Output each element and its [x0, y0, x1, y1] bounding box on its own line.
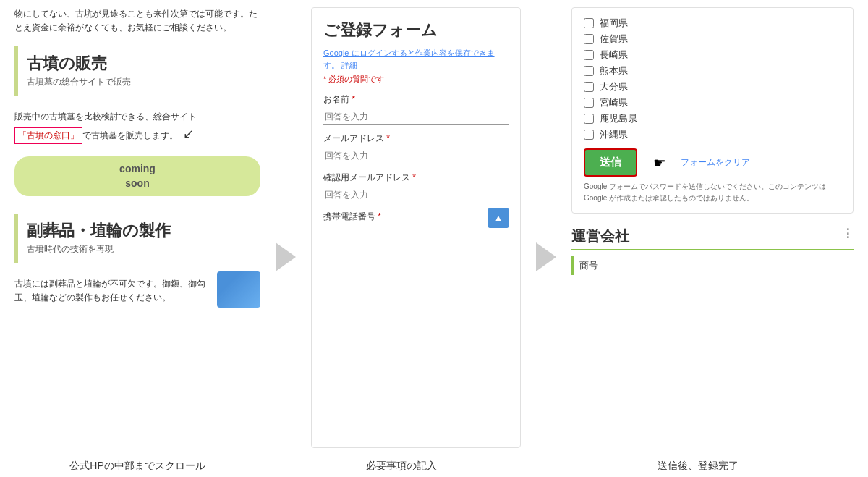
checkbox-miyazaki-label: 宮崎県 [600, 96, 628, 109]
google-note-link[interactable]: 詳細 [341, 61, 357, 69]
checkbox-saga-label: 佐賀県 [600, 33, 628, 46]
arrow-2 [528, 7, 564, 448]
checkbox-fukuoka-input[interactable] [584, 18, 594, 28]
bottom-spacer-2 [506, 460, 542, 473]
company-label: 商号 [571, 256, 854, 275]
section-fusohin: 副葬品・埴輪の製作 古墳時代の技術を再現 [14, 214, 260, 263]
section1-desc: 販売中の古墳墓を比較検討できる、総合サイト 「古墳の窓口」で古墳墓を販売します。… [14, 110, 260, 145]
section1-subtitle: 古墳墓の総合サイトで販売 [27, 76, 252, 88]
field-phone-label: 携帯電話番号 * ▲ [323, 211, 509, 223]
right-column: 福岡県 佐賀県 長崎県 熊本県 大分県 [571, 7, 854, 448]
scroll-up-button[interactable]: ▲ [488, 208, 509, 228]
section2-desc-area: 古墳には副葬品と埴輪が不可欠です。御鎭、御勾玉、埴輪などの製作もお任せください。 [14, 271, 260, 311]
section1-desc2: で古墳墓を販売します。 [82, 130, 178, 140]
field-name-label: お名前 * [323, 93, 509, 106]
checkbox-kagoshima[interactable]: 鹿児島県 [584, 112, 841, 125]
company-section: 運営会社 ⋮ 商号 [571, 227, 854, 275]
checkbox-kumamoto[interactable]: 熊本県 [584, 64, 841, 77]
coming-soon-button[interactable]: coming soon [14, 156, 260, 196]
section1-title: 古墳の販売 [27, 54, 252, 75]
checkbox-kumamoto-label: 熊本県 [600, 64, 628, 77]
checkbox-nagasaki[interactable]: 長崎県 [584, 48, 841, 62]
kofun-link[interactable]: 「古墳の窓口」 [14, 127, 82, 144]
field-email-confirm: 確認用メールアドレス * [323, 172, 509, 203]
checkbox-oita-input[interactable] [584, 82, 594, 92]
checkbox-nagasaki-input[interactable] [584, 50, 594, 60]
clear-form-link[interactable]: フォームをクリア [681, 156, 750, 169]
bottom-label-fill: 必要事項の記入 [297, 460, 506, 473]
checkbox-miyazaki[interactable]: 宮崎県 [584, 96, 841, 109]
left-top-text: 物にしてない、古坑が見途ることも来件次第では可能です。たとえ資金に余裕がなくても… [14, 7, 260, 46]
checkbox-kumamoto-input[interactable] [584, 66, 594, 76]
checkbox-saga[interactable]: 佐賀県 [584, 33, 841, 46]
checkbox-oita-label: 大分県 [600, 80, 628, 93]
field-email-confirm-input[interactable] [323, 187, 509, 203]
checkbox-okinawa[interactable]: 沖縄県 [584, 128, 841, 141]
section2-subtitle: 古墳時代の技術を再現 [27, 243, 252, 256]
prefecture-checkbox-form: 福岡県 佐賀県 長崎県 熊本県 大分県 [571, 7, 854, 214]
bottom-label-complete: 送信後、登録完了 [542, 460, 854, 473]
submit-button[interactable]: 送信 [584, 148, 637, 177]
checkbox-miyazaki-input[interactable] [584, 98, 594, 108]
checkbox-list: 福岡県 佐賀県 長崎県 熊本県 大分県 [584, 17, 841, 141]
field-phone: 携帯電話番号 * ▲ [323, 211, 509, 228]
checkbox-oita[interactable]: 大分県 [584, 80, 841, 93]
section-kofun-sales: 古墳の販売 古墳墓の総合サイトで販売 [14, 46, 260, 96]
bottom-label-scroll: 公式HPの中部までスクロール [14, 460, 260, 473]
field-email-input[interactable] [323, 148, 509, 164]
field-email-label: メールアドレス * [323, 132, 509, 145]
more-icon[interactable]: ⋮ [842, 227, 854, 240]
cursor-icon: ↙ [183, 124, 194, 145]
submit-row: 送信 ☛ フォームをクリア [584, 148, 841, 177]
arrow-shape-2 [536, 242, 556, 271]
bottom-spacer-1 [260, 460, 297, 473]
field-email: メールアドレス * [323, 132, 509, 164]
field-name-input[interactable] [323, 109, 509, 125]
google-disclaimer: Google フォームでパスワードを送信しないでください。このコンテンツは Go… [584, 181, 841, 204]
company-title: 運営会社 ⋮ [571, 227, 854, 250]
middle-column: ご登録フォーム Google にログインすると作業内容を保存できます。 詳細 *… [311, 7, 521, 448]
google-note: Google にログインすると作業内容を保存できます。 詳細 [323, 47, 509, 71]
registration-form-card: ご登録フォーム Google にログインすると作業内容を保存できます。 詳細 *… [311, 7, 521, 448]
cursor-hand-icon: ☛ [653, 154, 666, 172]
checkbox-okinawa-label: 沖縄県 [600, 128, 628, 141]
checkbox-nagasaki-label: 長崎県 [600, 48, 628, 62]
section1-desc1: 販売中の古墳墓を比較検討できる、総合サイト [14, 111, 197, 122]
checkbox-kagoshima-input[interactable] [584, 114, 594, 124]
arrow-1 [268, 7, 304, 448]
field-email-confirm-label: 確認用メールアドレス * [323, 172, 509, 184]
form-title: ご登録フォーム [323, 20, 509, 41]
section2-image [217, 271, 260, 308]
required-note: * 必須の質問です [323, 74, 509, 85]
checkbox-fukuoka[interactable]: 福岡県 [584, 17, 841, 30]
left-column: 物にしてない、古坑が見途ることも来件次第では可能です。たとえ資金に余裕がなくても… [14, 7, 260, 448]
checkbox-okinawa-input[interactable] [584, 130, 594, 140]
arrow-shape-1 [276, 242, 296, 271]
checkbox-kagoshima-label: 鹿児島県 [600, 112, 637, 125]
bottom-labels-row: 公式HPの中部までスクロール 必要事項の記入 送信後、登録完了 [0, 455, 868, 477]
checkbox-saga-input[interactable] [584, 34, 594, 44]
field-name: お名前 * [323, 93, 509, 125]
checkbox-fukuoka-label: 福岡県 [600, 17, 628, 30]
section2-title: 副葬品・埴輪の製作 [27, 221, 252, 242]
